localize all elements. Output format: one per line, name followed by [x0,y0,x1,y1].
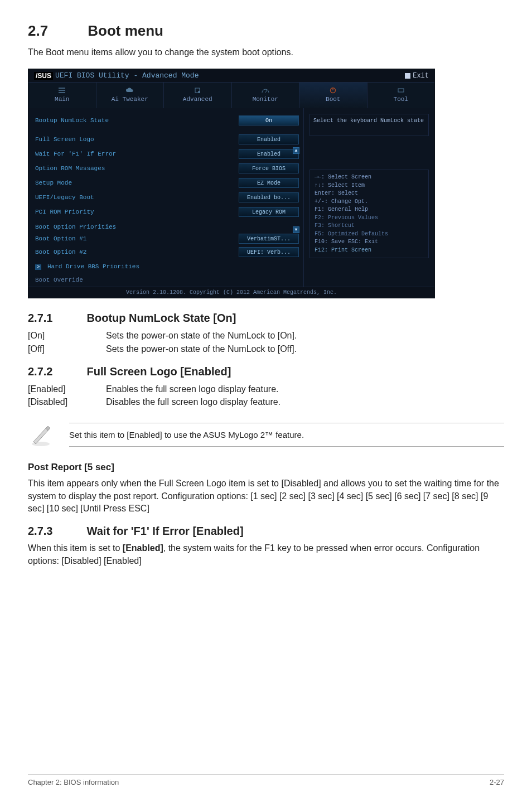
exit-button[interactable]: Exit [405,72,429,80]
tool-icon [396,87,405,94]
bios-left-pane: Bootup NumLock StateOnFull Screen LogoEn… [28,108,303,287]
bios-context-help: Select the keyboard NumLock state [309,114,429,136]
option-desc: Sets the power-on state of the NumLock t… [106,331,297,340]
bios-setting-row[interactable]: Option ROM MessagesForce BIOS [35,162,299,175]
key-help-line: F2: Previous Values [315,214,424,223]
key-help-line: +/-: Change Opt. [315,198,424,206]
sub-number: 2.7.1 [28,312,84,325]
option-key: [On] [28,329,106,342]
bios-setting-value[interactable]: EZ Mode [239,178,299,188]
svg-line-2 [265,90,267,93]
exit-icon [405,73,410,79]
boot-option-value[interactable]: VerbatimST... [239,234,299,244]
bios-setting-value[interactable]: Enabled bo... [239,192,299,202]
bios-setting-value[interactable]: Force BIOS [239,163,299,173]
option-key: [Disabled] [28,395,106,408]
scroll-down-icon[interactable]: ▼ [293,226,299,233]
footer-right: 2-27 [490,778,504,786]
pencil-icon [28,422,54,447]
bios-key-help: →←: Select Screen↑↓: Select ItemEnter: S… [309,170,429,258]
bios-setting-row[interactable]: Full Screen LogoEnabled [35,133,299,146]
tab-label: Tool [394,96,408,103]
post-report-heading: Post Report [5 sec] [28,462,504,473]
tab-ai-tweaker[interactable]: Ai Tweaker [96,83,165,108]
bios-setting-value[interactable]: Enabled [239,134,299,144]
tab-boot[interactable]: Boot [299,83,367,108]
subheading-272: 2.7.2 Full Screen Logo [Enabled] [28,365,504,378]
bios-setting-row[interactable]: UEFI/Legacy BootEnabled bo... [35,191,299,204]
bios-setting-label: Option ROM Messages [35,165,239,172]
key-help-line: F5: Optimized Defaults [315,230,424,239]
svg-point-1 [198,91,200,93]
option-row: [Enabled]Enables the full screen logo di… [28,383,504,395]
boot-option-row[interactable]: Boot Option #1VerbatimST... [35,232,299,245]
tab-label: Ai Tweaker [112,96,148,103]
boot-option-value[interactable]: UEFI: Verb... [239,247,299,257]
scroll-up-icon[interactable]: ▲ [293,147,299,154]
option-key: [Enabled] [28,383,106,395]
bios-title-text: UEFI BIOS Utility - Advanced Mode [55,71,199,80]
bios-setting-label: Full Screen Logo [35,136,239,143]
bios-setting-row[interactable]: Setup ModeEZ Mode [35,176,299,190]
s273-body: When this item is set to [Enabled], the … [28,542,504,567]
page-footer: Chapter 2: BIOS information 2-27 [28,774,504,786]
s273-pre: When this item is set to [28,543,123,553]
bios-setting-value[interactable]: Legacy ROM [239,207,299,217]
option-row: [Disabled]Disables the full screen logo … [28,395,504,408]
tab-tool[interactable]: Tool [367,83,435,108]
bios-setting-row[interactable]: PCI ROM PriorityLegacy ROM [35,205,299,219]
key-help-line: Enter: Select [315,190,424,198]
gauge-icon [261,87,270,94]
bios-setting-label: Setup Mode [35,180,239,186]
intro-text: The Boot menu items allow you to change … [28,46,504,59]
option-desc: Disables the full screen logo display fe… [106,397,280,407]
tab-label: Boot [326,96,340,103]
tab-label: Monitor [253,96,278,103]
bios-setting-value[interactable]: On [239,115,299,125]
section-number: 2.7 [28,22,84,40]
bios-setting-row[interactable]: Wait For 'F1' If ErrorEnabled [35,147,299,161]
subheading-271: 2.7.1 Bootup NumLock State [On] [28,312,504,325]
tab-label: Main [55,96,69,103]
cloud-icon [125,87,134,94]
post-report-body: This item appears only when the Full Scr… [28,477,504,515]
boot-option-row[interactable]: Boot Option #2UEFI: Verb... [35,245,299,259]
svg-rect-5 [398,89,404,92]
hard-drive-bbs-submenu[interactable]: > Hard Drive BBS Priorities [35,263,299,270]
tab-label: Advanced [183,96,212,103]
section-title: Boot menu [88,22,163,39]
boot-priorities-header: Boot Option Priorities [35,222,299,232]
bios-setting-row[interactable]: Bootup NumLock StateOn [35,114,299,127]
chevron-right-icon: > [35,264,41,270]
bios-setting-value[interactable]: Enabled [239,149,299,159]
chip-icon [193,87,202,94]
sub-number: 2.7.3 [28,525,84,538]
subheading-273: 2.7.3 Wait for 'F1' If Error [Enabled] [28,525,504,538]
bios-setting-label: UEFI/Legacy Boot [35,194,239,201]
bios-setting-label: PCI ROM Priority [35,209,239,215]
bios-title: /SUS UEFI BIOS Utility - Advanced Mode [34,71,199,80]
bios-tab-row: Main Ai Tweaker Advanced Monitor Boot To… [28,83,434,108]
tab-monitor[interactable]: Monitor [232,83,300,108]
bios-setting-label: Wait For 'F1' If Error [35,151,239,157]
section-heading: 2.7 Boot menu [28,22,504,40]
option-desc: Sets the power-on state of the NumLock t… [106,344,297,354]
submenu-label: Hard Drive BBS Priorities [47,263,139,270]
option-key: [Off] [28,342,106,355]
key-help-line: ↑↓: Select Item [315,182,424,190]
tab-main[interactable]: Main [28,83,96,108]
boot-override-row[interactable]: Boot Override [35,277,299,283]
note-text: Set this item to [Enabled] to use the AS… [69,423,504,447]
sub-title: Bootup NumLock State [On] [87,312,236,324]
bios-titlebar: /SUS UEFI BIOS Utility - Advanced Mode E… [28,69,434,83]
bios-right-pane: Select the keyboard NumLock state →←: Se… [303,108,434,287]
key-help-line: F1: General Help [315,206,424,214]
option-desc: Enables the full screen logo display fea… [106,384,279,394]
key-help-line: F3: Shortcut [315,222,424,230]
tab-advanced[interactable]: Advanced [164,83,232,108]
exit-label: Exit [413,72,429,80]
list-icon [57,87,66,94]
bios-screenshot: /SUS UEFI BIOS Utility - Advanced Mode E… [28,69,435,298]
bios-setting-label: Bootup NumLock State [35,117,239,124]
key-help-line: →←: Select Screen [315,173,424,182]
